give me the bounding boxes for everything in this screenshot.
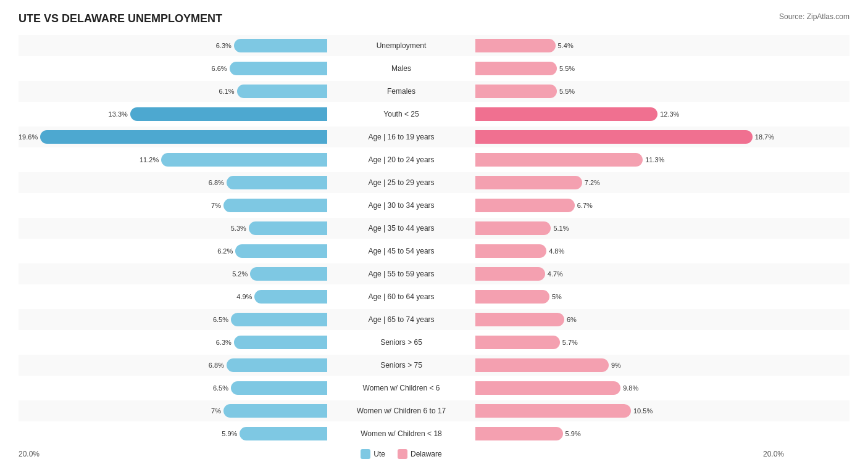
bar-right-value: 6.7%	[577, 202, 593, 209]
chart-row: 13.3%Youth < 2512.3%	[19, 104, 849, 125]
bar-left-value: 7%	[211, 407, 221, 415]
bar-right-value: 5.5%	[559, 65, 575, 72]
legend-ute: Ute	[361, 449, 385, 459]
bar-left-value: 6.3%	[216, 339, 232, 346]
bar-right-value: 5.1%	[553, 225, 569, 232]
bar-left-value: 5.3%	[231, 225, 246, 232]
bar-right-value: 9%	[611, 362, 621, 369]
bar-right-value: 5.7%	[562, 339, 578, 346]
row-label: Youth < 25	[327, 110, 475, 118]
row-label: Seniors > 65	[327, 338, 475, 347]
bar-right-value: 4.8%	[549, 247, 564, 255]
bar-left-value: 6.8%	[209, 362, 224, 369]
row-label: Age | 30 to 34 years	[327, 201, 475, 210]
bar-right-value: 11.3%	[645, 156, 664, 163]
row-label: Age | 20 to 24 years	[327, 155, 475, 164]
bar-right-value: 10.5%	[633, 407, 653, 415]
bar-left-value: 5.2%	[232, 270, 248, 278]
row-label: Age | 65 to 74 years	[327, 315, 475, 324]
chart-row: 5.9%Women w/ Children < 185.9%	[19, 423, 849, 444]
bar-right-value: 5.5%	[559, 88, 575, 95]
bar-right-value: 18.7%	[755, 133, 774, 141]
chart-row: 5.2%Age | 55 to 59 years4.7%	[19, 263, 849, 284]
bar-left-value: 11.2%	[140, 156, 159, 163]
bar-left-value: 6.8%	[209, 179, 224, 186]
chart-row: 4.9%Age | 60 to 64 years5%	[19, 286, 849, 307]
chart-row: 6.5%Women w/ Children < 69.8%	[19, 378, 849, 399]
bar-left-value: 5.9%	[222, 430, 237, 437]
bar-left-value: 6.5%	[213, 316, 228, 323]
chart-row: 6.3%Seniors > 655.7%	[19, 332, 849, 353]
page-title: UTE VS DELAWARE UNEMPLOYMENT	[19, 12, 222, 25]
legend-ute-label: Ute	[373, 450, 385, 458]
bar-left-value: 4.9%	[236, 293, 252, 300]
chart-row: 7%Age | 30 to 34 years6.7%	[19, 195, 849, 216]
bar-left-value: 6.6%	[212, 65, 227, 72]
source-label: Source: ZipAtlas.com	[779, 12, 849, 21]
bar-left-value: 13.3%	[109, 110, 128, 118]
chart-row: 7%Women w/ Children 6 to 1710.5%	[19, 400, 849, 421]
axis-right-label: 20.0%	[763, 450, 784, 458]
chart-row: 6.8%Seniors > 759%	[19, 355, 849, 376]
row-label: Age | 25 to 29 years	[327, 178, 475, 187]
axis-row: 20.0% Ute Delaware 20.0%	[19, 449, 849, 459]
bar-right-value: 5.9%	[565, 430, 581, 437]
chart-row: 6.6%Males5.5%	[19, 58, 849, 79]
row-label: Seniors > 75	[327, 361, 475, 370]
row-label: Age | 45 to 54 years	[327, 247, 475, 255]
legend-delaware-label: Delaware	[411, 450, 442, 458]
row-label: Women w/ Children < 18	[327, 429, 475, 438]
axis-left-label: 20.0%	[19, 450, 40, 458]
row-label: Age | 16 to 19 years	[327, 133, 475, 141]
legend-delaware: Delaware	[398, 449, 442, 459]
chart-row: 5.3%Age | 35 to 44 years5.1%	[19, 218, 849, 239]
row-label: Males	[327, 64, 475, 73]
row-label: Age | 35 to 44 years	[327, 224, 475, 233]
bar-right-value: 5.4%	[558, 42, 574, 49]
bar-right-value: 6%	[567, 316, 577, 323]
row-label: Women w/ Children 6 to 17	[327, 407, 475, 415]
bar-left-value: 7%	[211, 202, 221, 209]
chart-row: 6.5%Age | 65 to 74 years6%	[19, 309, 849, 330]
bar-right-value: 12.3%	[660, 110, 679, 118]
chart-container: 6.3%Unemployment5.4%6.6%Males5.5%6.1%Fem…	[19, 35, 849, 459]
chart-row: 11.2%Age | 20 to 24 years11.3%	[19, 149, 849, 170]
chart-row: 6.8%Age | 25 to 29 years7.2%	[19, 172, 849, 193]
chart-row: 19.6%Age | 16 to 19 years18.7%	[19, 126, 849, 147]
legend-delaware-color	[398, 449, 407, 459]
bar-right-value: 4.7%	[548, 270, 563, 278]
row-label: Females	[327, 87, 475, 96]
legend-area: Ute Delaware	[327, 449, 475, 459]
row-label: Age | 55 to 59 years	[327, 270, 475, 278]
legend-ute-color	[361, 449, 370, 459]
chart-row: 6.3%Unemployment5.4%	[19, 35, 849, 56]
bar-left-value: 6.5%	[213, 384, 228, 392]
row-label: Unemployment	[327, 41, 475, 50]
bar-left-value: 6.3%	[216, 42, 232, 49]
bar-right-value: 5%	[552, 293, 562, 300]
bar-left-value: 6.2%	[217, 247, 233, 255]
row-label: Women w/ Children < 6	[327, 384, 475, 392]
bar-right-value: 7.2%	[585, 179, 600, 186]
bar-left-value: 6.1%	[219, 88, 235, 95]
chart-row: 6.2%Age | 45 to 54 years4.8%	[19, 241, 849, 262]
bar-left-value: 19.6%	[19, 133, 38, 141]
bar-right-value: 9.8%	[623, 384, 638, 392]
row-label: Age | 60 to 64 years	[327, 292, 475, 301]
chart-row: 6.1%Females5.5%	[19, 81, 849, 102]
